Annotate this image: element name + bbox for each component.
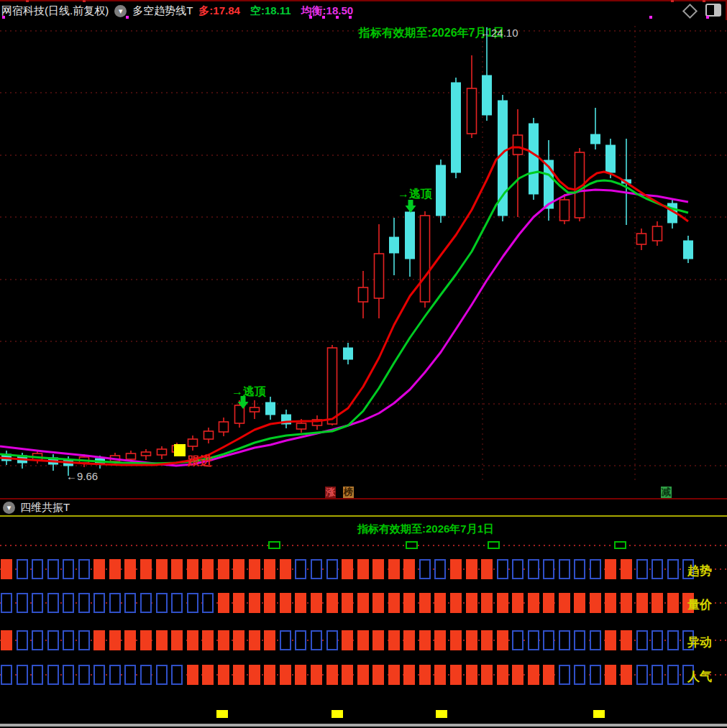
signal-block	[419, 665, 431, 685]
signal-block	[543, 559, 554, 579]
signal-block	[450, 559, 462, 579]
signal-block	[171, 559, 183, 579]
signal-block	[93, 559, 105, 579]
divider-badge-榜[interactable]: 榜	[343, 487, 354, 498]
divider-badge-涨[interactable]: 涨	[325, 487, 336, 498]
signal-block	[140, 593, 152, 613]
candle-body	[297, 423, 306, 429]
signal-block	[63, 665, 74, 685]
signal-block	[78, 630, 90, 650]
signal-block	[17, 630, 28, 650]
row-label-量价: 量价	[687, 596, 712, 613]
signal-block	[202, 559, 214, 579]
indicator-value-1: 空:18.11	[250, 4, 291, 18]
indicator-name[interactable]: 多空趋势线T	[132, 4, 193, 18]
candle-body	[436, 165, 446, 216]
title-bar: 网宿科技(日线.前复权) ▾ 多空趋势线T 多:17.84空:18.11均衡:1…	[0, 0, 727, 20]
signal-block	[528, 559, 539, 579]
signal-block	[311, 559, 322, 579]
signal-block	[32, 593, 43, 613]
signal-block	[17, 665, 28, 685]
magenta-dot	[322, 16, 325, 19]
signal-block	[667, 665, 679, 685]
signal-block	[574, 593, 585, 613]
signal-block	[1, 593, 12, 613]
candle-body	[328, 348, 337, 424]
signal-block	[590, 559, 601, 579]
bottom-scrollbar[interactable]	[0, 724, 727, 727]
candle-body	[529, 124, 539, 194]
signal-block	[233, 665, 244, 685]
signal-block	[264, 665, 275, 685]
signal-block	[434, 559, 446, 579]
signal-block	[202, 630, 214, 650]
signal-block	[218, 630, 229, 650]
panel-indicator-name[interactable]: 四维共振T	[20, 501, 70, 515]
signal-block	[124, 665, 136, 685]
signal-block	[187, 593, 198, 613]
divider-badge-减[interactable]: 减	[661, 487, 672, 498]
signal-block	[47, 559, 59, 579]
panel-header: ▾ 四维共振T	[0, 499, 727, 517]
signal-block	[17, 593, 28, 613]
candle-body	[653, 226, 662, 241]
signal-block	[512, 559, 523, 579]
signal-block	[357, 559, 369, 579]
signal-block	[280, 559, 291, 579]
split-window-icon[interactable]	[705, 4, 721, 17]
indicator-values: 多:17.84空:18.11均衡:18.50	[198, 4, 353, 18]
signal-block	[249, 665, 260, 685]
candle-body	[204, 431, 214, 439]
signal-block	[326, 665, 338, 685]
signal-block	[187, 630, 198, 650]
signal-block	[280, 630, 291, 650]
signal-block	[621, 665, 632, 685]
signal-block	[295, 630, 306, 650]
candle-body	[498, 101, 508, 216]
titlebar-buttons	[685, 4, 721, 17]
candle-body	[560, 200, 570, 221]
signal-block	[466, 559, 477, 579]
chevron-down-circle-icon[interactable]: ▾	[3, 502, 15, 514]
signal-block	[372, 630, 384, 650]
candle-body	[157, 449, 167, 455]
signal-block	[497, 630, 508, 650]
signal-block	[636, 593, 648, 613]
signal-block	[497, 665, 508, 685]
signal-block	[109, 630, 121, 650]
candle-body	[188, 439, 198, 446]
signal-block	[590, 593, 601, 613]
chevron-down-circle-icon[interactable]: ▾	[114, 5, 127, 17]
signal-block	[218, 593, 229, 613]
signal-block	[403, 593, 415, 613]
row-label-人气: 人气	[687, 668, 712, 685]
signal-block	[156, 665, 168, 685]
signal-block	[47, 665, 59, 685]
signal-block	[621, 593, 632, 613]
long-line	[0, 147, 688, 465]
high-price-label: ←24.10	[480, 27, 518, 39]
indicator-value-0: 多:17.84	[198, 4, 240, 18]
magenta-dot	[126, 16, 129, 19]
row-label-趋势: 趋势	[687, 563, 712, 579]
signal-block	[651, 593, 663, 613]
signal-block	[667, 593, 679, 613]
signal-block	[202, 593, 214, 613]
signal-block	[543, 593, 554, 613]
signal-block	[559, 559, 570, 579]
signal-block	[295, 559, 306, 579]
candle-body	[684, 241, 693, 259]
signal-block	[109, 593, 121, 613]
follow-signal: 跟进	[187, 454, 212, 468]
signal-block	[32, 559, 43, 579]
signal-block	[512, 665, 523, 685]
signal-block	[156, 630, 168, 650]
candle-body	[406, 212, 415, 259]
green-signal-square	[406, 541, 418, 549]
signal-block	[372, 665, 384, 685]
signal-block	[621, 630, 632, 650]
stock-title: 网宿科技(日线.前复权)	[1, 4, 109, 18]
signal-block	[124, 559, 136, 579]
diamond-icon[interactable]	[682, 3, 698, 18]
signal-block	[342, 559, 353, 579]
